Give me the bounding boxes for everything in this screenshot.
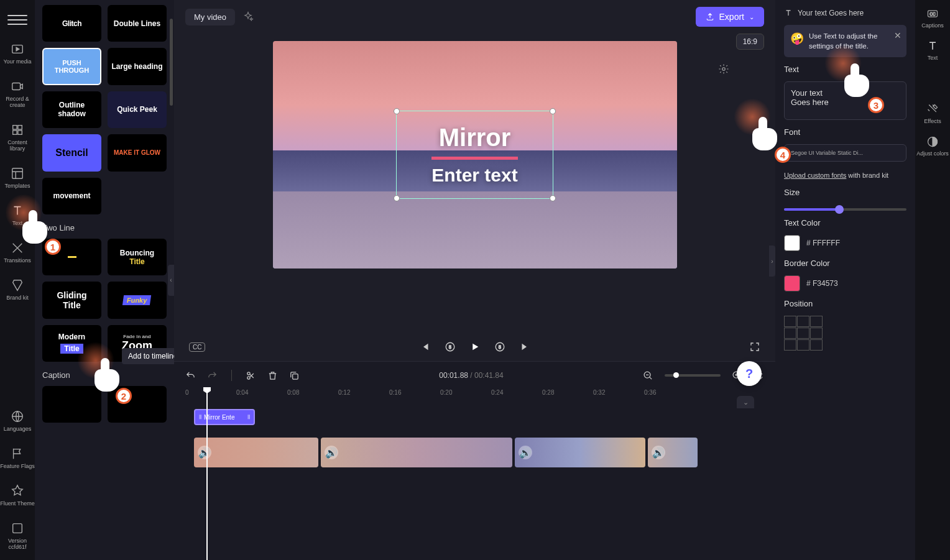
template-modern-title[interactable]: ModernTitle	[42, 325, 101, 362]
resize-handle-br[interactable]	[550, 195, 556, 201]
sidebar-content-library[interactable]: Content library	[0, 121, 35, 154]
clip-handle-icon[interactable]: ⦀	[247, 413, 250, 421]
font-selector[interactable]: Segoe UI Variable Static Di...	[784, 144, 906, 162]
text-icon	[11, 204, 24, 218]
template-make-it-glow[interactable]: MAKE IT GLOW	[108, 134, 167, 171]
template-stencil[interactable]: Stencil	[42, 134, 101, 171]
sidebar-text[interactable]: Text	[0, 201, 35, 229]
aspect-ratio-selector[interactable]: 16:9	[736, 34, 764, 50]
skip-start-icon[interactable]	[420, 341, 431, 352]
text-color-row[interactable]: # FFFFFF	[784, 235, 906, 251]
duplicate-icon[interactable]	[289, 370, 300, 381]
video-name-input[interactable]: My video	[185, 9, 235, 25]
tab-effects[interactable]: Effects	[924, 103, 941, 124]
title-line-2[interactable]: Enter text	[431, 165, 517, 186]
video-track[interactable]: 🔊 🔊 🔊 🔊	[194, 438, 775, 467]
svg-rect-5	[18, 131, 22, 134]
text-icon	[926, 40, 939, 52]
effects-icon	[926, 103, 939, 116]
timeline-tracks[interactable]: ⦀ Mirror Ente ⦀ 🔊 🔊 🔊 🔊	[174, 403, 775, 560]
languages-icon	[11, 410, 24, 423]
text-color-swatch[interactable]	[784, 235, 800, 251]
collapse-left-panel[interactable]: ‹	[168, 265, 174, 296]
export-button[interactable]: Export ⌄	[696, 7, 764, 27]
video-clip-4[interactable]: 🔊	[648, 438, 698, 467]
sidebar-your-media[interactable]: Your media	[0, 40, 35, 67]
undo-icon[interactable]	[185, 370, 196, 381]
template-gliding-title[interactable]: GlidingTitle	[42, 282, 101, 318]
resize-handle-bl[interactable]	[394, 195, 400, 201]
ai-sparkle-icon[interactable]	[242, 11, 254, 22]
sidebar-label: Text	[12, 220, 23, 226]
resize-handle-tr[interactable]	[550, 108, 556, 114]
close-icon[interactable]: ✕	[894, 30, 902, 42]
help-button[interactable]: ?	[737, 361, 762, 386]
sidebar-label: Record & create	[0, 96, 35, 108]
media-icon	[11, 42, 24, 56]
template-movement[interactable]: movement	[42, 178, 101, 214]
play-icon[interactable]	[469, 341, 481, 352]
delete-icon[interactable]	[267, 370, 278, 381]
title-line-1[interactable]: Mirror	[431, 124, 517, 152]
chevron-down-icon: ⌄	[749, 14, 754, 21]
audio-icon[interactable]: 🔊	[519, 446, 532, 459]
redo-icon[interactable]	[207, 370, 218, 381]
template-bouncing-title[interactable]: BouncingTitle	[108, 239, 167, 275]
sidebar-fluent-theme[interactable]: Fluent Theme	[0, 482, 35, 509]
tab-adjust-colors[interactable]: Adjust colors	[916, 135, 949, 157]
sidebar-languages[interactable]: Languages	[0, 407, 35, 434]
clip-handle-icon[interactable]: ⦀	[199, 413, 201, 421]
panel-scrollbar[interactable]	[170, 19, 173, 106]
resize-handle-tl[interactable]	[394, 108, 400, 114]
sidebar-brand-kit[interactable]: Brand kit	[0, 276, 35, 303]
template-funky[interactable]: Funky	[108, 282, 167, 318]
template-double-lines[interactable]: Double Lines	[108, 5, 167, 42]
video-clip-1[interactable]: 🔊	[194, 438, 318, 467]
template-glitch[interactable]: Glitch	[42, 5, 101, 42]
zoom-out-icon[interactable]	[643, 370, 653, 381]
position-grid[interactable]	[784, 316, 824, 351]
timeline-ruler[interactable]: 0 0:04 0:08 0:12 0:16 0:20 0:24 0:28 0:3…	[174, 389, 775, 403]
sidebar-feature-flags[interactable]: Feature Flags	[0, 444, 35, 472]
border-color-row[interactable]: # F34573	[784, 275, 906, 291]
border-color-label: Border Color	[784, 259, 906, 268]
collapse-timeline[interactable]: ⌄	[737, 396, 754, 408]
upload-fonts-link[interactable]: Upload custom fonts	[784, 172, 846, 179]
split-icon[interactable]	[246, 370, 256, 381]
template-push-through[interactable]: PUSH THROUGH	[42, 48, 101, 85]
collapse-right-panel[interactable]: ›	[769, 246, 775, 277]
template-outline-shadow[interactable]: Outline shadow	[42, 91, 101, 128]
text-selection-box[interactable]: Mirror Enter text	[396, 111, 553, 199]
video-clip-2[interactable]: 🔊	[321, 438, 512, 467]
canvas-header: My video Export ⌄	[174, 0, 775, 34]
sidebar-transitions[interactable]: Transitions	[0, 239, 35, 266]
playhead[interactable]	[206, 389, 208, 560]
text-content-input[interactable]: Your text Goes here	[784, 81, 906, 120]
tab-captions[interactable]: CC Captions	[921, 7, 944, 29]
template-large-heading[interactable]: Large heading	[108, 48, 167, 85]
settings-gear-icon[interactable]	[718, 63, 729, 75]
sidebar-record-create[interactable]: Record & create	[0, 77, 35, 111]
audio-icon[interactable]: 🔊	[652, 446, 665, 459]
sidebar-templates[interactable]: Templates	[0, 164, 35, 191]
video-clip-3[interactable]: 🔊	[515, 438, 645, 467]
template-caption-b[interactable]	[108, 386, 167, 423]
sidebar-version[interactable]: Version ccfd61f	[0, 519, 35, 553]
rewind-5s-icon[interactable]: 5	[445, 341, 456, 352]
cc-toggle[interactable]: CC	[189, 342, 205, 352]
zoom-slider[interactable]	[665, 374, 721, 377]
template-two-line-a[interactable]	[42, 239, 101, 275]
forward-5s-icon[interactable]: 5	[494, 341, 505, 352]
audio-icon[interactable]: 🔊	[198, 446, 211, 459]
fullscreen-icon[interactable]	[749, 341, 760, 352]
text-clip[interactable]: ⦀ Mirror Ente ⦀	[194, 409, 255, 425]
skip-end-icon[interactable]	[519, 341, 530, 352]
video-preview[interactable]: Mirror Enter text	[273, 41, 677, 269]
size-slider[interactable]	[784, 208, 906, 211]
hamburger-menu[interactable]	[7, 10, 27, 30]
audio-icon[interactable]: 🔊	[325, 446, 338, 459]
tab-text[interactable]: Text	[926, 40, 939, 61]
border-color-swatch[interactable]	[784, 275, 800, 291]
template-quick-peek[interactable]: Quick Peek	[108, 91, 167, 128]
template-caption-a[interactable]	[42, 386, 101, 423]
